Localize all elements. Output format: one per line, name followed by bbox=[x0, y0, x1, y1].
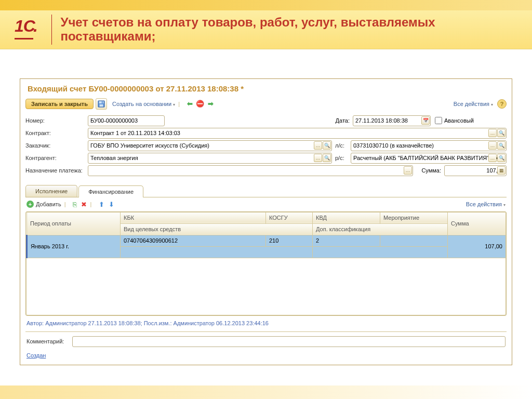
divider bbox=[51, 15, 52, 45]
cell-kvd[interactable]: 2 bbox=[313, 235, 380, 246]
document-window: Входящий счет БУ00-0000000003 от 27.11.2… bbox=[20, 78, 512, 365]
tabs: Исполнение Финансирование bbox=[25, 185, 507, 197]
sum-label: Сумма: bbox=[416, 167, 441, 174]
advance-checkbox[interactable]: Авансовый bbox=[435, 117, 474, 124]
calc-icon[interactable]: ▦ bbox=[497, 166, 506, 175]
cell-period[interactable]: Январь 2013 г. bbox=[27, 235, 121, 258]
cell-kosgu[interactable]: 210 bbox=[266, 235, 313, 246]
select-icon[interactable]: … bbox=[314, 154, 322, 162]
nav-arrows: ⬅ ⛔ ➡ bbox=[185, 99, 215, 109]
slide-title: Учет счетов на оплату товаров, работ, ус… bbox=[60, 15, 522, 45]
slide-header: 1С. Учет счетов на оплату товаров, работ… bbox=[0, 10, 532, 49]
cell-kbk[interactable]: 07407064309900612 bbox=[121, 235, 266, 246]
select-icon[interactable]: … bbox=[314, 141, 322, 150]
col-kvd[interactable]: КВД bbox=[313, 212, 380, 223]
cell-event[interactable] bbox=[380, 235, 448, 246]
col-period[interactable]: Период оплаты bbox=[27, 212, 121, 235]
svg-rect-2 bbox=[99, 101, 104, 103]
cell-targeted[interactable] bbox=[121, 246, 313, 258]
create-based-link[interactable]: Создать на основании bbox=[112, 101, 175, 107]
grid-blank-area bbox=[26, 258, 506, 315]
move-down-icon[interactable]: ⬇ bbox=[109, 201, 114, 208]
footer-row: Комментарий: bbox=[25, 331, 507, 352]
logo-1c: 1С. bbox=[10, 15, 49, 45]
counterparty-label: Контрагент: bbox=[25, 155, 88, 161]
search-icon[interactable]: 🔍 bbox=[497, 129, 506, 137]
comment-label: Комментарий: bbox=[26, 338, 72, 344]
contract-input[interactable] bbox=[88, 128, 507, 139]
copy-icon[interactable]: ⎘ bbox=[73, 201, 77, 208]
col-kbk[interactable]: КБК bbox=[121, 212, 266, 223]
move-up-icon[interactable]: ⬆ bbox=[99, 201, 104, 208]
plus-icon: + bbox=[26, 201, 34, 208]
document-title: Входящий счет БУ00-0000000003 от 27.11.2… bbox=[20, 79, 512, 97]
calendar-icon[interactable]: 📅 bbox=[421, 116, 430, 125]
ls-label: л/с: bbox=[335, 142, 351, 149]
form-area: Номер: Дата: 📅 Авансовый Контракт: …🔍 За… bbox=[20, 112, 512, 181]
comment-input[interactable] bbox=[72, 336, 506, 347]
search-icon[interactable]: 🔍 bbox=[497, 141, 506, 150]
date-input[interactable] bbox=[353, 115, 431, 126]
number-input[interactable] bbox=[88, 115, 165, 126]
customer-label: Заказчик: bbox=[25, 142, 88, 149]
add-button[interactable]: + Добавить bbox=[26, 201, 61, 208]
save-close-button[interactable]: Записать и закрыть bbox=[25, 99, 94, 109]
purpose-input[interactable] bbox=[88, 165, 413, 176]
logo-underline bbox=[15, 38, 33, 41]
search-icon[interactable]: 🔍 bbox=[323, 154, 331, 162]
date-label: Дата: bbox=[332, 117, 350, 124]
grid-all-actions[interactable]: Все действия bbox=[466, 201, 506, 207]
number-label: Номер: bbox=[25, 117, 88, 124]
nav-next-icon[interactable]: ➡ bbox=[206, 99, 215, 109]
col-kosgu[interactable]: КОСГУ bbox=[266, 212, 313, 223]
audit-info: Автор: Администратор 27.11.2013 18:08:38… bbox=[20, 316, 512, 327]
tab-execution[interactable]: Исполнение bbox=[25, 185, 77, 197]
grid: Период оплаты КБК КОСГУ КВД Мероприятие … bbox=[25, 211, 507, 316]
help-icon[interactable]: ? bbox=[497, 99, 507, 109]
cell-sum[interactable]: 107,00 bbox=[448, 235, 506, 258]
col-sum[interactable]: Сумма bbox=[448, 212, 506, 235]
search-icon[interactable]: 🔍 bbox=[497, 154, 506, 162]
col-targeted[interactable]: Вид целевых средств bbox=[121, 223, 313, 235]
select-icon[interactable]: … bbox=[488, 154, 497, 162]
header-strip bbox=[0, 0, 532, 10]
gap bbox=[0, 49, 532, 78]
logo-text: 1С bbox=[15, 17, 35, 35]
svg-rect-0 bbox=[15, 38, 33, 39]
nav-prev-icon[interactable]: ⬅ bbox=[185, 99, 194, 109]
table-row[interactable]: Январь 2013 г. 07407064309900612 210 2 1… bbox=[27, 235, 506, 246]
contract-label: Контракт: bbox=[25, 130, 88, 136]
rs-label: р/с: bbox=[335, 155, 351, 161]
nav-stop-icon[interactable]: ⛔ bbox=[195, 99, 205, 109]
select-icon[interactable]: … bbox=[488, 129, 497, 137]
main-toolbar: Записать и закрыть Создать на основании … bbox=[20, 97, 512, 112]
tab-financing[interactable]: Финансирование bbox=[78, 185, 143, 197]
cell-dop-class[interactable] bbox=[313, 246, 448, 258]
purpose-label: Назначение платежа: bbox=[25, 167, 88, 174]
select-icon[interactable]: … bbox=[404, 166, 412, 175]
col-dop-class[interactable]: Доп. классификация bbox=[313, 223, 448, 235]
col-event[interactable]: Мероприятие bbox=[380, 212, 448, 223]
svg-rect-3 bbox=[100, 104, 103, 107]
footer-fade bbox=[0, 385, 532, 399]
customer-input[interactable] bbox=[88, 140, 332, 151]
rs-input[interactable] bbox=[351, 153, 507, 164]
delete-icon[interactable]: ✖ bbox=[81, 201, 87, 208]
save-icon[interactable] bbox=[96, 98, 107, 110]
ls-input[interactable] bbox=[351, 140, 507, 151]
counterparty-input[interactable] bbox=[88, 153, 332, 164]
created-link[interactable]: Создан bbox=[26, 352, 46, 358]
svg-rect-4 bbox=[102, 101, 103, 103]
all-actions-link[interactable]: Все действия bbox=[454, 101, 493, 107]
grid-toolbar: + Добавить | ⎘ ✖ | ⬆ ⬇ Все действия bbox=[20, 197, 512, 210]
search-icon[interactable]: 🔍 bbox=[323, 141, 331, 150]
select-icon[interactable]: … bbox=[488, 141, 497, 150]
